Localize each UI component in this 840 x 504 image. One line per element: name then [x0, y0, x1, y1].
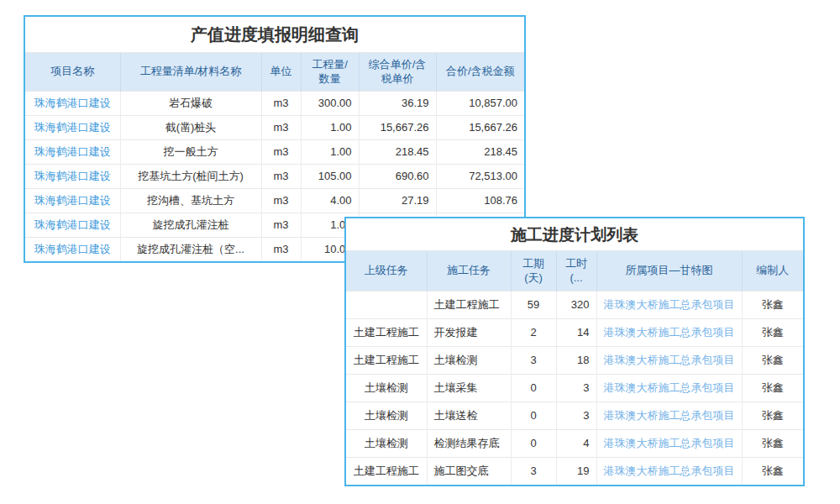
total-price-cell: 15,667.26: [436, 115, 524, 139]
parent-task-cell: 土壤检测: [346, 402, 427, 429]
output-table-title: 产值进度填报明细查询: [25, 17, 524, 53]
quantity-cell: 105.00: [301, 164, 359, 188]
table-row: 土建工程施工 59 320 港珠澳大桥施工总承包项目 张鑫: [346, 291, 803, 318]
work-hours-cell: 3: [556, 402, 596, 429]
col-header-unit: 单位: [261, 53, 301, 91]
col-header-construction-task: 施工任务: [427, 251, 511, 291]
col-header-unit-price: 综合单价/含 税单价: [359, 53, 436, 91]
table-row: 珠海鹤港口建设 挖一般土方 m3 1.00 218.45 218.45: [25, 139, 524, 164]
quantity-cell: 1.00: [301, 115, 359, 139]
compiler-cell: 张鑫: [742, 457, 803, 485]
table-row: 土壤检测 土壤送检 0 3 港珠澳大桥施工总承包项目 张鑫: [346, 402, 803, 429]
unit-cell: m3: [261, 188, 301, 213]
unit-cell: m3: [261, 213, 301, 237]
table-row: 珠海鹤港口建设 截(凿)桩头 m3 1.00 15,667.26 15,667.…: [25, 115, 524, 139]
construction-schedule-panel: 施工进度计划列表 上级任务 施工任务 工期 (天) 工时 (... 所属项目—甘…: [344, 217, 805, 486]
compiler-cell: 张鑫: [742, 429, 803, 457]
project-name-link[interactable]: 珠海鹤港口建设: [34, 145, 111, 158]
schedule-table-header-row: 上级任务 施工任务 工期 (天) 工时 (... 所属项目—甘特图 编制人: [346, 251, 803, 291]
compiler-cell: 张鑫: [742, 374, 803, 402]
work-hours-cell: 4: [556, 429, 596, 457]
project-gantt-link[interactable]: 港珠澳大桥施工总承包项目: [604, 437, 735, 449]
work-hours-cell: 14: [556, 318, 596, 346]
project-name-link[interactable]: 珠海鹤港口建设: [34, 194, 111, 207]
parent-task-cell: 土建工程施工: [346, 457, 427, 485]
col-header-parent-task: 上级任务: [346, 251, 427, 291]
construction-task-cell: 土壤采集: [427, 374, 511, 402]
duration-cell: 0: [511, 374, 556, 402]
construction-task-cell: 土壤送检: [427, 402, 511, 429]
unit-price-cell: 218.45: [359, 139, 436, 164]
parent-task-cell: 土建工程施工: [346, 318, 427, 346]
construction-task-cell: 开发报建: [427, 318, 511, 346]
boq-name-cell: 挖一般土方: [120, 139, 261, 164]
total-price-cell: 218.45: [436, 139, 524, 164]
unit-price-cell: 27.19: [359, 188, 436, 213]
construction-schedule-table: 上级任务 施工任务 工期 (天) 工时 (... 所属项目—甘特图 编制人 土建…: [346, 251, 803, 485]
project-gantt-link[interactable]: 港珠澳大桥施工总承包项目: [604, 409, 735, 422]
project-name-link[interactable]: 珠海鹤港口建设: [34, 170, 111, 182]
parent-task-cell: 土壤检测: [346, 374, 427, 402]
project-gantt-link[interactable]: 港珠澳大桥施工总承包项目: [604, 381, 735, 394]
duration-cell: 59: [511, 291, 556, 318]
work-hours-cell: 18: [556, 346, 596, 374]
table-row: 珠海鹤港口建设 岩石爆破 m3 300.00 36.19 10,857.00: [25, 91, 524, 115]
table-row: 土建工程施工 开发报建 2 14 港珠澳大桥施工总承包项目 张鑫: [346, 318, 803, 346]
construction-task-cell: 施工图交底: [427, 457, 511, 485]
unit-cell: m3: [261, 237, 301, 261]
project-gantt-link[interactable]: 港珠澳大桥施工总承包项目: [604, 354, 735, 366]
col-header-quantity: 工程量/ 数量: [301, 53, 359, 91]
project-gantt-link[interactable]: 港珠澳大桥施工总承包项目: [604, 326, 735, 339]
quantity-cell: 300.00: [301, 91, 359, 115]
work-hours-cell: 19: [556, 457, 596, 485]
table-row: 土壤检测 检测结果存底 0 4 港珠澳大桥施工总承包项目 张鑫: [346, 429, 803, 457]
col-header-duration-days: 工期 (天): [511, 251, 556, 291]
duration-cell: 2: [511, 318, 556, 346]
project-name-link[interactable]: 珠海鹤港口建设: [34, 243, 111, 255]
project-gantt-link[interactable]: 港珠澳大桥施工总承包项目: [604, 465, 735, 477]
boq-name-cell: 旋挖成孔灌注桩: [120, 213, 261, 237]
parent-task-cell: 土壤检测: [346, 429, 427, 457]
col-header-work-hours: 工时 (...: [556, 251, 596, 291]
total-price-cell: 10,857.00: [436, 91, 524, 115]
table-row: 土壤检测 土壤采集 0 3 港珠澳大桥施工总承包项目 张鑫: [346, 374, 803, 402]
duration-cell: 3: [511, 346, 556, 374]
table-row: 土建工程施工 土壤检测 3 18 港珠澳大桥施工总承包项目 张鑫: [346, 346, 803, 374]
construction-task-cell: 检测结果存底: [427, 429, 511, 457]
project-name-link[interactable]: 珠海鹤港口建设: [34, 97, 111, 109]
col-header-total-price: 合价/含税金额: [436, 53, 524, 91]
table-row: 珠海鹤港口建设 挖基坑土方(桩间土方) m3 105.00 690.60 72,…: [25, 164, 524, 188]
col-header-compiler: 编制人: [742, 251, 803, 291]
project-name-link[interactable]: 珠海鹤港口建设: [34, 218, 111, 231]
compiler-cell: 张鑫: [742, 291, 803, 318]
col-header-project-gantt: 所属项目—甘特图: [596, 251, 742, 291]
table-row: 珠海鹤港口建设 挖沟槽、基坑土方 m3 4.00 27.19 108.76: [25, 188, 524, 213]
schedule-table-title: 施工进度计划列表: [346, 218, 803, 251]
unit-cell: m3: [261, 164, 301, 188]
compiler-cell: 张鑫: [742, 318, 803, 346]
parent-task-cell: [346, 291, 427, 318]
work-hours-cell: 320: [556, 291, 596, 318]
col-header-project-name: 项目名称: [25, 53, 120, 91]
boq-name-cell: 挖基坑土方(桩间土方): [120, 164, 261, 188]
quantity-cell: 4.00: [301, 188, 359, 213]
total-price-cell: 108.76: [436, 188, 524, 213]
work-hours-cell: 3: [556, 374, 596, 402]
compiler-cell: 张鑫: [742, 402, 803, 429]
unit-price-cell: 690.60: [359, 164, 436, 188]
total-price-cell: 72,513.00: [436, 164, 524, 188]
project-name-link[interactable]: 珠海鹤港口建设: [34, 121, 111, 134]
duration-cell: 0: [511, 402, 556, 429]
project-gantt-link[interactable]: 港珠澳大桥施工总承包项目: [604, 298, 735, 311]
unit-cell: m3: [261, 91, 301, 115]
output-table-header-row: 项目名称 工程量清单/材料名称 单位 工程量/ 数量 综合单价/含 税单价 合价…: [25, 53, 524, 91]
compiler-cell: 张鑫: [742, 346, 803, 374]
boq-name-cell: 挖沟槽、基坑土方: [120, 188, 261, 213]
col-header-boq-material-name: 工程量清单/材料名称: [120, 53, 261, 91]
unit-cell: m3: [261, 139, 301, 164]
unit-price-cell: 36.19: [359, 91, 436, 115]
boq-name-cell: 截(凿)桩头: [120, 115, 261, 139]
unit-cell: m3: [261, 115, 301, 139]
construction-task-cell: 土壤检测: [427, 346, 511, 374]
table-row: 土建工程施工 施工图交底 3 19 港珠澳大桥施工总承包项目 张鑫: [346, 457, 803, 485]
